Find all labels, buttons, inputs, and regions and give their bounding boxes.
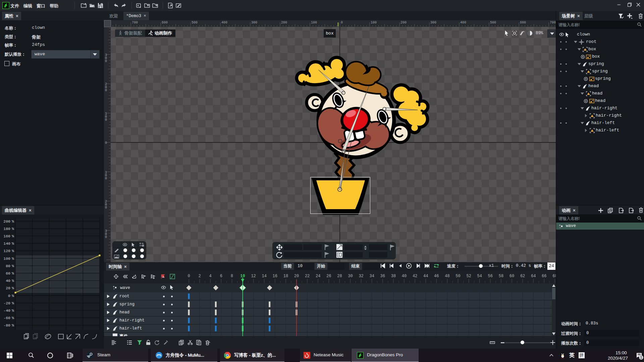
svg-text:700: 700 (132, 21, 138, 24)
svg-text:400: 400 (221, 21, 227, 24)
svg-text:0: 0 (105, 177, 107, 180)
svg-text:600: 600 (520, 21, 526, 24)
svg-text:160: 160 (3, 234, 10, 238)
svg-text:%: % (12, 264, 14, 268)
svg-text:0: 0 (105, 88, 107, 92)
svg-text:300: 300 (430, 21, 436, 24)
svg-text:20: 20 (6, 286, 10, 290)
svg-text:0: 0 (105, 141, 107, 145)
svg-text:500: 500 (490, 21, 496, 24)
svg-text:%: % (12, 271, 14, 276)
svg-text:200: 200 (3, 219, 10, 224)
svg-text:80: 80 (6, 264, 10, 268)
svg-text:0: 0 (105, 59, 107, 63)
svg-text:-20: -20 (3, 301, 10, 305)
svg-text:%: % (12, 323, 14, 327)
svg-text:500: 500 (192, 21, 198, 24)
svg-text:0: 0 (341, 21, 343, 24)
svg-text:-80: -80 (3, 323, 10, 327)
svg-text:-60: -60 (3, 316, 10, 320)
svg-text:%: % (12, 249, 14, 253)
svg-text:180: 180 (3, 227, 10, 231)
svg-text:120: 120 (3, 249, 10, 253)
svg-text:600: 600 (162, 21, 168, 24)
svg-text:100: 100 (311, 21, 317, 24)
svg-text:100: 100 (3, 256, 10, 261)
svg-text:%: % (12, 219, 14, 224)
svg-text:700: 700 (550, 21, 556, 24)
svg-text:200: 200 (281, 21, 287, 24)
svg-text:40: 40 (6, 279, 10, 283)
svg-text:%: % (12, 286, 14, 290)
svg-text:400: 400 (460, 21, 466, 24)
svg-text:%: % (12, 316, 14, 320)
svg-text:%: % (12, 301, 14, 305)
svg-text:0: 0 (105, 206, 107, 209)
svg-text:%: % (12, 294, 14, 298)
svg-text:0: 0 (105, 118, 107, 122)
svg-text:%: % (12, 256, 14, 261)
svg-text:%: % (12, 227, 14, 231)
svg-text:%: % (12, 241, 14, 246)
svg-text:-40: -40 (3, 308, 10, 313)
svg-text:300: 300 (251, 21, 257, 24)
svg-text:0: 0 (8, 294, 10, 298)
svg-text:140: 140 (3, 241, 10, 246)
svg-text:60: 60 (6, 271, 10, 276)
svg-text:0: 0 (105, 235, 107, 239)
svg-text:%: % (12, 279, 14, 283)
svg-text:200: 200 (400, 21, 407, 24)
svg-text:100: 100 (371, 21, 377, 24)
svg-text:%: % (12, 308, 14, 313)
svg-text:%: % (12, 234, 14, 238)
